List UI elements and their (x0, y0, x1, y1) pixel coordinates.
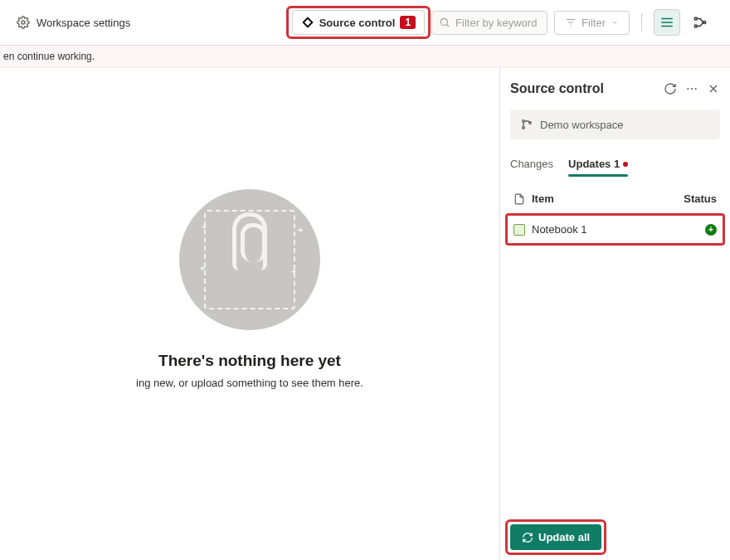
tab-updates[interactable]: Updates 1 (568, 153, 628, 175)
notebook-icon (513, 224, 525, 236)
svg-point-1 (306, 22, 309, 24)
filter-placeholder: Filter by keyword (455, 17, 537, 29)
svg-point-8 (695, 88, 697, 90)
search-icon (439, 17, 450, 28)
empty-state: ✦✦ ✦✦ There's nothing here yet ing new, … (0, 68, 499, 560)
status-added-icon: + (705, 224, 717, 236)
updates-indicator-dot (623, 162, 628, 167)
refresh-icon[interactable] (664, 82, 677, 95)
filter-keyword-input[interactable]: Filter by keyword (431, 11, 548, 35)
workspace-selector[interactable]: Demo workspace (510, 110, 720, 139)
source-control-badge: 1 (400, 16, 416, 29)
list-icon (659, 15, 674, 30)
svg-point-10 (523, 127, 525, 129)
empty-title: There's nothing here yet (158, 352, 341, 370)
source-control-label: Source control (319, 17, 396, 29)
document-icon (513, 193, 525, 205)
svg-point-3 (694, 17, 697, 20)
filter-button[interactable]: Filter (554, 11, 630, 35)
divider (641, 13, 642, 32)
notice-bar: en continue working. (0, 45, 730, 68)
svg-point-4 (694, 25, 697, 27)
svg-point-2 (440, 18, 447, 25)
gear-icon (17, 16, 30, 29)
workspace-name: Demo workspace (540, 119, 623, 131)
workspace-settings-link[interactable]: Workspace settings (36, 17, 130, 29)
empty-subtitle: ing new, or upload something to see them… (136, 377, 363, 389)
source-control-button[interactable]: Source control 1 (292, 10, 425, 35)
close-icon[interactable] (707, 82, 720, 95)
paperclip-icon (232, 212, 267, 270)
svg-point-9 (523, 120, 525, 123)
svg-point-5 (703, 22, 706, 24)
col-status-header: Status (674, 192, 717, 205)
filter-icon (565, 17, 577, 28)
list-header: Item Status (510, 187, 720, 210)
tab-changes[interactable]: Changes (510, 153, 553, 175)
branch-icon (520, 118, 533, 131)
svg-point-7 (691, 88, 693, 90)
lineage-icon (693, 15, 708, 30)
update-all-button[interactable]: Update all (510, 524, 601, 550)
list-item[interactable]: Notebook 1 + (510, 215, 720, 244)
lineage-view-toggle[interactable] (687, 9, 713, 36)
tab-updates-label: Updates 1 (568, 158, 620, 170)
list-view-toggle[interactable] (654, 9, 680, 36)
col-item-header: Item (532, 192, 674, 205)
toolbar: Workspace settings Source control 1 Filt… (0, 0, 730, 45)
filter-button-label: Filter (582, 17, 606, 29)
sync-icon (522, 532, 533, 543)
source-control-icon (301, 16, 314, 29)
source-control-panel: Source control Demo workspace Changes Up… (499, 68, 730, 560)
panel-title: Source control (510, 81, 664, 96)
update-all-label: Update all (538, 531, 590, 543)
svg-point-0 (22, 21, 25, 24)
empty-illustration: ✦✦ ✦✦ (179, 189, 320, 330)
chevron-down-icon (611, 18, 619, 27)
more-icon[interactable] (685, 82, 698, 95)
svg-point-6 (687, 88, 689, 90)
item-name: Notebook 1 (532, 223, 674, 236)
